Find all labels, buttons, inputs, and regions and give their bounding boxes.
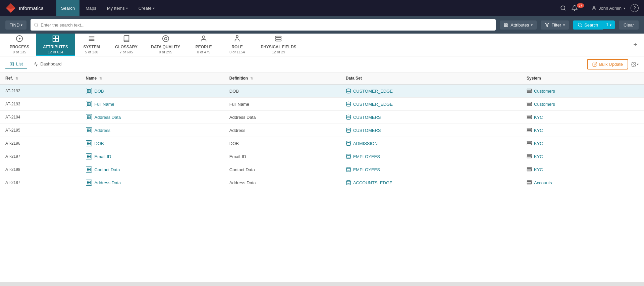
- name-link[interactable]: Email-ID: [86, 153, 219, 159]
- cell-system: KYC: [521, 137, 644, 150]
- svg-rect-86: [89, 170, 90, 171]
- system-link[interactable]: KYC: [527, 128, 639, 133]
- user-menu-btn[interactable]: John Admin ▾: [591, 5, 625, 11]
- cell-definition: Email-ID: [224, 150, 340, 163]
- attributes-button[interactable]: Attributes ▾: [500, 20, 537, 30]
- dataset-link[interactable]: CUSTOMER_EDGE: [346, 101, 516, 107]
- cell-ref: AT-2198: [0, 163, 80, 176]
- view-dashboard-tab[interactable]: Dashboard: [30, 59, 66, 69]
- system-link[interactable]: Accounts: [527, 180, 639, 185]
- svg-rect-29: [276, 40, 281, 41]
- tab-physicalfields[interactable]: PHYSICAL FIELDS 12 of 29: [254, 34, 303, 56]
- search-go-icon: [578, 22, 582, 27]
- dataset-link[interactable]: ADMISSION: [346, 141, 516, 146]
- tab-people[interactable]: PEOPLE 0 of 475: [187, 34, 220, 56]
- people-icon: [200, 35, 207, 44]
- svg-rect-48: [527, 102, 531, 103]
- nav-search[interactable]: Search: [56, 0, 79, 16]
- table-row: AT-2187 Address Data Address Data: [0, 176, 644, 189]
- results-table: Ref. ⇅ Name ⇅ Definition ⇅ Data Set: [0, 73, 644, 189]
- search-count-button[interactable]: 1 ▾: [603, 20, 615, 29]
- horizontal-scrollbar[interactable]: [0, 282, 644, 286]
- tab-role[interactable]: ROLE 0 of 1154: [220, 34, 254, 56]
- system-link[interactable]: Customers: [527, 101, 639, 107]
- svg-rect-49: [527, 103, 531, 104]
- nav-maps[interactable]: Maps: [81, 0, 101, 16]
- dataset-icon: [346, 114, 351, 120]
- svg-rect-98: [527, 183, 531, 184]
- bulk-update-button[interactable]: Bulk Update: [587, 59, 628, 69]
- system-link[interactable]: KYC: [527, 114, 639, 120]
- cell-system: KYC: [521, 150, 644, 163]
- name-link[interactable]: DOB: [86, 140, 219, 146]
- list-icon: [9, 62, 14, 66]
- tab-attributes[interactable]: ATTRIBUTES 12 of 614: [36, 34, 75, 56]
- system-link[interactable]: KYC: [527, 167, 639, 172]
- system-link[interactable]: KYC: [527, 141, 639, 146]
- name-link[interactable]: DOB: [86, 88, 219, 94]
- svg-rect-58: [527, 118, 531, 119]
- svg-rect-77: [87, 157, 89, 158]
- name-link[interactable]: Address Data: [86, 114, 219, 120]
- system-link[interactable]: KYC: [527, 154, 639, 159]
- dataset-icon: [346, 101, 351, 107]
- role-icon: [233, 35, 241, 44]
- cell-name: Email-ID: [80, 150, 224, 163]
- attribute-icon: [86, 140, 92, 146]
- cell-dataset: CUSTOMER_EDGE: [340, 84, 521, 98]
- attribute-icon: [86, 166, 92, 173]
- system-count: 5 of 130: [85, 50, 98, 54]
- view-toolbar: List Dashboard Bulk Update ▾: [0, 56, 644, 73]
- svg-marker-11: [545, 23, 549, 27]
- cell-dataset: ACCOUNTS_EDGE: [340, 176, 521, 189]
- search-input[interactable]: [41, 22, 492, 28]
- ref-sort[interactable]: ⇅: [15, 77, 18, 80]
- system-icon: [527, 88, 532, 94]
- tab-dataquality[interactable]: DATA QUALITY 0 of 295: [144, 34, 187, 56]
- name-link[interactable]: Address: [86, 127, 219, 133]
- cell-system: KYC: [521, 111, 644, 124]
- cell-name: Full Name: [80, 98, 224, 111]
- svg-point-63: [346, 128, 351, 129]
- nav-myitems[interactable]: My Items ▾: [102, 0, 132, 16]
- svg-point-71: [346, 141, 351, 142]
- svg-rect-54: [89, 117, 90, 119]
- name-link[interactable]: Full Name: [86, 101, 219, 107]
- add-tab-btn[interactable]: +: [629, 34, 641, 56]
- search-icon-btn[interactable]: [560, 5, 566, 11]
- svg-rect-36: [89, 90, 90, 91]
- svg-rect-72: [527, 141, 531, 142]
- system-link[interactable]: Customers: [527, 88, 639, 94]
- dataset-link[interactable]: ACCOUNTS_EDGE: [346, 180, 516, 185]
- tab-process[interactable]: PROCESS 0 of 135: [3, 34, 36, 56]
- name-link[interactable]: Contact Data: [86, 166, 219, 173]
- dataset-icon: [346, 180, 351, 185]
- cell-ref: AT-2194: [0, 111, 80, 124]
- dataset-link[interactable]: CUSTOMER_EDGE: [346, 88, 516, 94]
- svg-rect-89: [527, 169, 531, 170]
- dataset-link[interactable]: EMPLOYEES: [346, 167, 516, 172]
- tab-system[interactable]: SYSTEM 5 of 130: [75, 34, 108, 56]
- tab-glossary[interactable]: GLOSSARY 7 of 605: [108, 34, 144, 56]
- find-button[interactable]: FIND ▾: [5, 20, 26, 30]
- settings-button[interactable]: ▾: [631, 62, 639, 67]
- dataset-link[interactable]: EMPLOYEES: [346, 154, 516, 159]
- view-list-tab[interactable]: List: [5, 59, 27, 69]
- attribute-icon: [86, 180, 92, 186]
- notification-btn[interactable]: 87: [572, 5, 586, 11]
- filter-button[interactable]: Filter ▾: [541, 20, 569, 30]
- search-go-button[interactable]: Search: [573, 20, 603, 30]
- cell-definition: Address Data: [224, 111, 340, 124]
- nav-create[interactable]: Create ▾: [134, 0, 159, 16]
- dataset-link[interactable]: CUSTOMERS: [346, 128, 516, 133]
- clear-button[interactable]: Clear: [619, 20, 639, 30]
- dataset-link[interactable]: CUSTOMERS: [346, 114, 516, 120]
- name-link[interactable]: Address Data: [86, 180, 219, 186]
- svg-rect-62: [89, 131, 90, 132]
- name-sort[interactable]: ⇅: [99, 77, 102, 80]
- help-btn[interactable]: ?: [631, 4, 639, 12]
- filter-chevron: ▾: [563, 23, 565, 27]
- svg-point-26: [202, 36, 205, 38]
- svg-rect-10: [506, 25, 508, 27]
- definition-sort[interactable]: ⇅: [250, 77, 253, 80]
